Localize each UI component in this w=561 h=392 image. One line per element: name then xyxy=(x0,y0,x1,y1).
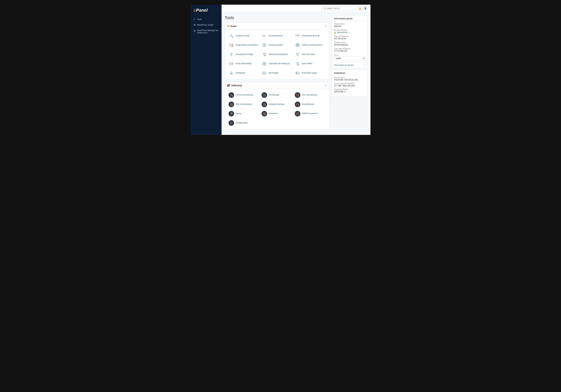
sidebar-item-wordpress-manager[interactable]: ⊞ WordPress Manager by Softaculous xyxy=(191,28,222,35)
last-login-ip-value: 177.11.236.135 xyxy=(334,50,365,52)
svg-point-63 xyxy=(231,123,232,123)
sidebar-item-wordpress-toolkit[interactable]: ⊞ WordPress Toolkit xyxy=(191,22,222,28)
tool-encaminhadores[interactable]: Encaminhadores xyxy=(260,32,293,40)
disk-usage-value: 732,55 MB / 500 GB (0,14%) xyxy=(334,79,365,81)
header: 🔍 🔔 👤 xyxy=(222,5,370,12)
tool-roteamento-de-email[interactable]: Roteamento de email xyxy=(293,32,327,40)
stats-title: Estatísticas xyxy=(332,70,367,75)
svg-rect-39 xyxy=(296,72,297,73)
tool-boxtrapper[interactable]: BoxTrapper xyxy=(260,69,293,77)
shared-ip-label: Shared IP Address xyxy=(334,35,365,37)
configuracoes-icon xyxy=(228,120,234,126)
mysql-disk-usage-value: 14,7 MB / 499,3 GB (0%) xyxy=(334,85,365,87)
tool-gdpr-compliance[interactable]: GDPR Compliance xyxy=(293,110,327,117)
snapshots-icon xyxy=(262,111,267,117)
tool-email-backups[interactable]: Email Backups xyxy=(293,101,327,108)
content-area: Tools ✉ Email ∧ xyxy=(222,12,370,135)
criptografia-icon xyxy=(228,70,234,76)
search-input[interactable] xyxy=(327,7,355,10)
tool-spam-filters[interactable]: Spam Filters xyxy=(293,60,327,67)
tema-label: Tema xyxy=(334,54,365,56)
jetbackup-section-header: JetBackup ∧ xyxy=(225,82,329,89)
email-section-body: Contas de email Encaminhadores xyxy=(225,30,329,79)
tool-email-disk-usage[interactable]: Email Disk Usage xyxy=(293,69,327,77)
usuario-atual-label: Usuário Atual xyxy=(334,23,365,25)
disk-usage-row: Uso Do Disco 732,55 MB / 500 GB (0,14%) xyxy=(334,77,365,81)
svg-point-0 xyxy=(231,34,232,36)
last-login-ip-row: Last Login IP Address 177.11.236.135 xyxy=(334,48,365,52)
jetbackup-section: JetBackup ∧ xyxy=(225,82,329,129)
jetbackup-section-title: JetBackup xyxy=(227,84,242,87)
stats-card: Estatísticas Uso Do Disco 732,55 MB / 50… xyxy=(332,70,367,96)
email-section-header: ✉ Email ∧ xyxy=(225,23,329,30)
external-link-icon: ↗ xyxy=(348,32,350,33)
wordpress-toolkit-icon: ⊞ xyxy=(194,24,195,26)
svg-point-8 xyxy=(298,36,299,36)
mysql-disk-usage-label: Uso Do Disco Do MySQL® xyxy=(334,83,365,84)
diretorio-inicial-value: /home2/abacaxi1 xyxy=(334,44,365,46)
sidebar: cPanel ✂ Tools ⊞ WordPress Toolkit ⊞ Wor… xyxy=(191,5,222,135)
tool-file-backups[interactable]: File Backups xyxy=(260,91,293,99)
server-info-link[interactable]: Informações do servidor › xyxy=(332,62,367,68)
disk-usage-label: Uso Do Disco xyxy=(334,77,365,78)
svg-rect-47 xyxy=(298,94,298,95)
tool-importador-enderecos[interactable]: Importador de endereços xyxy=(260,60,293,67)
tema-row: Tema jupiter xyxy=(334,54,365,61)
tema-select[interactable]: jupiter xyxy=(334,56,365,61)
header-icons: 🔔 👤 xyxy=(358,6,367,11)
email-collapse-button[interactable]: ∧ xyxy=(325,25,327,28)
tool-contas-de-email[interactable]: Contas de email xyxy=(227,32,260,40)
diretorio-inicial-label: Diretório Inicial xyxy=(334,42,365,43)
tool-queue[interactable]: Queue xyxy=(227,110,260,117)
shared-ip-row: Shared IP Address 147.135.10.43 xyxy=(334,35,365,40)
info-panel: Informações gerais Usuário Atual abacaxi… xyxy=(332,15,367,132)
tool-cron-job-backups[interactable]: Cron Job Backups xyxy=(293,91,327,99)
bell-icon: 🔔 xyxy=(359,7,361,10)
content-left: Tools ✉ Email ∧ xyxy=(225,15,329,132)
tool-endereco-padrao[interactable]: Endereço padrão xyxy=(260,42,293,49)
tool-acompanhar-entrega[interactable]: Acompanhar entrega xyxy=(227,51,260,58)
jetbackup-section-body: Full Account Backups xyxy=(225,89,329,129)
listas-enderecamento-icon xyxy=(295,42,300,48)
tool-listas-enderecamento[interactable]: Listas de endereçamento xyxy=(293,42,327,49)
tool-snapshots[interactable]: Snapshots xyxy=(260,110,293,117)
encaminhadores-icon xyxy=(262,33,267,39)
wordpress-manager-icon: ⊞ xyxy=(194,30,195,32)
sidebar-item-wordpress-toolkit-label: WordPress Toolkit xyxy=(197,24,213,26)
tool-configuracoes[interactable]: Configurações xyxy=(227,119,260,127)
last-login-ip-label: Last Login IP Address xyxy=(334,48,365,50)
bandwidth-label: Largura De Banda xyxy=(334,88,365,90)
jetbackup-collapse-button[interactable]: ∧ xyxy=(325,84,327,87)
tool-respondentes[interactable]: Respondentes automáticos xyxy=(227,42,260,49)
email-deliverability-icon xyxy=(228,61,234,66)
search-bar[interactable]: 🔍 xyxy=(322,6,356,11)
bandwidth-value: 520,91 MB / ∞ xyxy=(334,91,365,93)
usuario-atual-row: Usuário Atual abacaxi1 xyxy=(334,23,365,27)
email-section: ✉ Email ∧ xyxy=(225,23,329,79)
notification-button[interactable]: 🔔 xyxy=(358,6,362,11)
tool-filtros-de-email[interactable]: Filtros de email xyxy=(293,51,327,58)
main-area: 🔍 🔔 👤 Tools ✉ xyxy=(222,5,370,135)
full-account-backups-icon xyxy=(228,92,234,98)
tool-filtros-globais[interactable]: Filtros de email globais xyxy=(260,51,293,58)
tool-dns-zone-backups[interactable]: DNS Zone Backups xyxy=(227,101,260,108)
general-info-body: Usuário Atual abacaxi1 Domínio Primário … xyxy=(332,21,367,62)
tool-criptografia[interactable]: Criptografia xyxy=(227,69,260,77)
user-button[interactable]: 👤 xyxy=(363,6,367,11)
svg-point-34 xyxy=(231,74,232,74)
importador-enderecos-icon xyxy=(262,61,267,66)
dominio-primario-value[interactable]: 🔒 abacaxii.com ↗ xyxy=(334,31,365,33)
search-icon: 🔍 xyxy=(324,7,326,10)
sidebar-item-tools[interactable]: ✂ Tools xyxy=(191,16,222,22)
lock-icon: 🔒 xyxy=(334,31,336,33)
bandwidth-row: Largura De Banda 520,91 MB / ∞ xyxy=(334,88,365,93)
tool-email-deliverability[interactable]: Email Deliverability xyxy=(227,60,260,67)
dns-zone-backups-icon xyxy=(228,102,234,107)
tool-database-backups[interactable]: Database Backups xyxy=(260,101,293,108)
stats-body: Uso Do Disco 732,55 MB / 500 GB (0,14%) … xyxy=(332,75,367,96)
svg-rect-17 xyxy=(296,45,299,45)
user-icon: 👤 xyxy=(364,7,367,10)
tool-full-account-backups[interactable]: Full Account Backups xyxy=(227,91,260,99)
endereco-padrao-icon xyxy=(262,42,267,48)
svg-rect-3 xyxy=(296,35,297,36)
